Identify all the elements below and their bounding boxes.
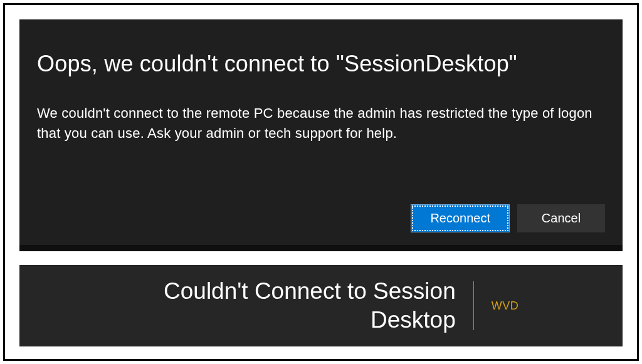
dialog-title: Oops, we couldn't connect to "SessionDes…: [37, 51, 605, 77]
caption-bar: Couldn't Connect to Session Desktop WVD: [19, 265, 623, 346]
dialog-button-row: Reconnect Cancel: [19, 204, 623, 245]
caption-divider: [473, 281, 474, 330]
outer-frame: Oops, we couldn't connect to "SessionDes…: [3, 3, 639, 361]
cancel-button[interactable]: Cancel: [517, 204, 605, 232]
connection-error-dialog: Oops, we couldn't connect to "SessionDes…: [19, 19, 623, 251]
caption-title: Couldn't Connect to Session Desktop: [124, 277, 456, 335]
dialog-bottom-strip: [19, 245, 623, 251]
dialog-content: Oops, we couldn't connect to "SessionDes…: [19, 19, 623, 204]
reconnect-button[interactable]: Reconnect: [411, 204, 510, 232]
dialog-message: We couldn't connect to the remote PC bec…: [37, 103, 605, 143]
caption-tag: WVD: [492, 299, 519, 313]
